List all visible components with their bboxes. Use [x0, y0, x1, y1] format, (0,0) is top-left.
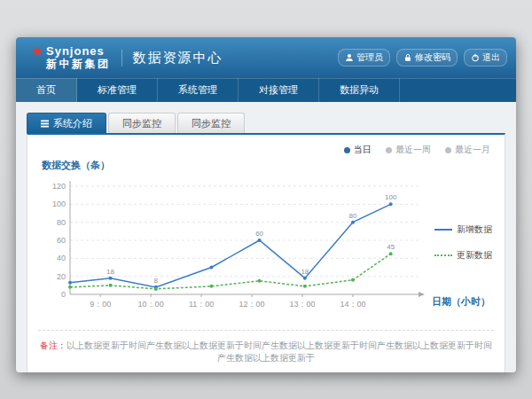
logout-label: 退出	[482, 51, 500, 64]
filter-today[interactable]: 当日	[344, 144, 372, 156]
brand-name: Synjones	[46, 45, 111, 58]
main-nav: 首页 标准管理 系统管理 对接管理 数据异动	[16, 78, 516, 102]
svg-text:60: 60	[57, 236, 66, 245]
filter-last-month[interactable]: 最近一月	[445, 144, 490, 156]
series-legend: 新增数据 更新数据	[434, 223, 492, 262]
svg-text:20: 20	[57, 272, 66, 281]
tab-label: 同步监控	[122, 117, 161, 130]
desktop-background: Synjones 新中新集团 数据资源中心 管理员	[0, 0, 532, 399]
last-month-dot-icon	[445, 147, 451, 153]
filter-label: 最近一月	[455, 144, 490, 156]
legend-item-update-data[interactable]: 更新数据	[434, 249, 492, 262]
svg-text:9：00: 9：00	[90, 300, 111, 309]
list-icon	[41, 120, 49, 128]
legend-item-new-data[interactable]: 新增数据	[434, 223, 492, 236]
svg-text:40: 40	[57, 254, 66, 262]
power-icon	[471, 53, 480, 62]
x-axis-title: 日期（小时）	[432, 295, 490, 309]
svg-text:80: 80	[57, 218, 66, 227]
dashed-line-sample-icon	[434, 254, 452, 256]
brand-text: Synjones 新中新集团	[46, 45, 111, 71]
today-dot-icon	[344, 147, 350, 153]
last-week-dot-icon	[386, 147, 392, 153]
footnote: 备注：以上数据更新于时间产生数据以上数据更新于时间产生数据以上数据更新于时间产生…	[38, 330, 494, 364]
app-title: 数据资源中心	[121, 50, 223, 66]
filter-label: 当日	[354, 144, 372, 156]
nav-item-home[interactable]: 首页	[16, 78, 77, 102]
series-label: 更新数据	[457, 249, 492, 262]
logout-button[interactable]: 退出	[464, 49, 507, 66]
svg-text:80: 80	[349, 212, 357, 220]
footnote-label: 备注：	[40, 340, 66, 350]
change-password-label: 修改密码	[415, 51, 450, 64]
svg-text:13：00: 13：00	[289, 300, 315, 309]
nav-item-system-mgmt[interactable]: 系统管理	[158, 78, 239, 102]
user-menu-button[interactable]: 管理员	[338, 49, 390, 66]
tab-bar: 系统介绍 同步监控 同步监控	[27, 113, 505, 133]
filter-label: 最近一周	[395, 144, 431, 156]
svg-text:14：00: 14：00	[340, 300, 365, 309]
svg-text:18: 18	[301, 268, 309, 276]
svg-text:18: 18	[106, 268, 114, 276]
user-icon	[345, 53, 354, 62]
svg-text:100: 100	[385, 193, 397, 201]
svg-text:10：00: 10：00	[138, 300, 164, 309]
solid-line-sample-icon	[434, 229, 452, 231]
tab-system-intro[interactable]: 系统介绍	[27, 113, 106, 133]
chart-area: 0204060801001209：0010：0011：0012：0013：001…	[38, 174, 494, 323]
svg-text:11：00: 11：00	[189, 300, 214, 309]
svg-text:100: 100	[52, 200, 66, 208]
tab-label: 系统介绍	[53, 117, 92, 130]
svg-text:45: 45	[387, 243, 395, 251]
y-axis-title: 数据交换（条）	[42, 159, 494, 172]
user-label: 管理员	[356, 51, 383, 64]
tab-sync-monitor-1[interactable]: 同步监控	[108, 113, 176, 133]
content-area: 系统介绍 同步监控 同步监控 当日 最近一周	[16, 102, 516, 372]
range-filter-legend: 当日 最近一周 最近一月	[38, 142, 494, 156]
nav-item-connection-mgmt[interactable]: 对接管理	[239, 78, 319, 102]
series-label: 新增数据	[457, 223, 492, 236]
logo-star-icon	[32, 46, 43, 57]
user-toolbar: 管理员 修改密码 退出	[338, 49, 507, 66]
tab-label: 同步监控	[192, 117, 231, 130]
nav-item-data-change[interactable]: 数据异动	[319, 78, 400, 102]
svg-text:0: 0	[61, 290, 66, 299]
tab-sync-monitor-2[interactable]: 同步监控	[177, 113, 245, 133]
footnote-text: 以上数据更新于时间产生数据以上数据更新于时间产生数据以上数据更新于时间产生数据以…	[66, 340, 492, 363]
brand-subtitle: 新中新集团	[46, 58, 111, 71]
svg-text:60: 60	[255, 230, 263, 238]
svg-text:8: 8	[154, 277, 159, 285]
brand-logo: Synjones 新中新集团	[25, 45, 111, 71]
line-chart: 0204060801001209：0010：0011：0012：0013：001…	[38, 174, 433, 317]
change-password-button[interactable]: 修改密码	[396, 49, 458, 66]
filter-last-week[interactable]: 最近一周	[386, 144, 431, 156]
lock-icon	[403, 53, 412, 62]
svg-text:120: 120	[52, 182, 66, 191]
app-header: Synjones 新中新集团 数据资源中心 管理员	[16, 37, 516, 78]
nav-item-standard-mgmt[interactable]: 标准管理	[77, 78, 158, 102]
chart-panel: 当日 最近一周 最近一月 数据交换（条） 0204060801001209：00…	[27, 133, 505, 372]
svg-text:12：00: 12：00	[239, 300, 265, 309]
app-window: Synjones 新中新集团 数据资源中心 管理员	[16, 37, 516, 372]
